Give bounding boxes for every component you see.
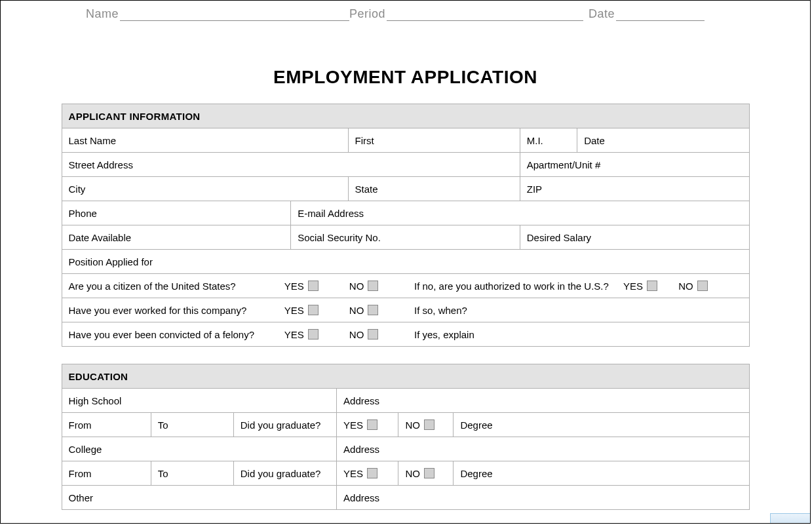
other-field[interactable]: Other (62, 486, 337, 510)
felony-row: Have you ever been convicted of a felony… (62, 322, 749, 347)
name-blank-line[interactable] (120, 11, 349, 21)
college-grad-no[interactable]: NO (398, 461, 454, 486)
auth-no[interactable]: NO (678, 281, 708, 292)
date-blank-line[interactable] (616, 11, 705, 21)
last-name-field[interactable]: Last Name (62, 128, 348, 153)
page-title: EMPLOYMENT APPLICATION (1, 67, 810, 88)
ssn-field[interactable]: Social Security No. (291, 225, 520, 250)
citizen-row: Are you a citizen of the United States? … (62, 274, 749, 298)
checkbox-icon (424, 419, 435, 430)
q-felony: Have you ever been convicted of a felony… (69, 329, 282, 340)
applicant-section-header: APPLICANT INFORMATION (62, 104, 749, 128)
checkbox-icon (308, 329, 319, 340)
college-from-field[interactable]: From (62, 461, 151, 486)
hs-to-field[interactable]: To (151, 413, 233, 437)
hs-grad-label: Did you graduate? (233, 413, 336, 437)
hs-address-field[interactable]: Address (337, 389, 749, 413)
zip-field[interactable]: ZIP (520, 177, 749, 201)
education-section-header: EDUCATION (62, 364, 749, 389)
checkbox-icon (697, 281, 708, 291)
position-field[interactable]: Position Applied for (62, 250, 749, 274)
section-gap (62, 347, 750, 364)
applicant-table: APPLICANT INFORMATION Last Name First M.… (62, 104, 750, 347)
first-name-field[interactable]: First (348, 128, 520, 153)
phone-field[interactable]: Phone (62, 201, 291, 225)
date-available-field[interactable]: Date Available (62, 225, 291, 250)
q-worked-tail: If so, when? (414, 305, 467, 316)
app-date-field[interactable]: Date (577, 128, 749, 153)
citizen-no[interactable]: NO (349, 281, 412, 292)
other-address-field[interactable]: Address (337, 486, 749, 510)
hs-grad-no[interactable]: NO (398, 413, 454, 437)
checkbox-icon (367, 419, 377, 430)
checkbox-icon (367, 468, 377, 478)
checkbox-icon (368, 281, 378, 291)
checkbox-icon (308, 281, 319, 291)
mi-field[interactable]: M.I. (520, 128, 577, 153)
worked-no[interactable]: NO (349, 305, 412, 316)
period-label: Period (349, 7, 385, 21)
high-school-field[interactable]: High School (62, 389, 337, 413)
checkbox-icon (368, 329, 378, 340)
citizen-yes[interactable]: YES (284, 281, 347, 292)
auth-yes[interactable]: YES (623, 281, 657, 292)
name-label: Name (86, 7, 119, 21)
hs-grad-yes[interactable]: YES (337, 413, 398, 437)
document-page: Name Period Date EMPLOYMENT APPLICATION … (0, 0, 811, 524)
college-to-field[interactable]: To (151, 461, 233, 486)
q-citizen: Are you a citizen of the United States? (69, 281, 282, 292)
form: APPLICANT INFORMATION Last Name First M.… (62, 104, 750, 510)
date-label: Date (589, 7, 615, 21)
college-address-field[interactable]: Address (337, 437, 749, 461)
hs-from-field[interactable]: From (62, 413, 151, 437)
q-felony-tail: If yes, explain (414, 329, 474, 340)
period-blank-line[interactable] (387, 11, 583, 21)
college-field[interactable]: College (62, 437, 337, 461)
email-field[interactable]: E-mail Address (291, 201, 749, 225)
college-grad-label: Did you graduate? (233, 461, 336, 486)
worked-yes[interactable]: YES (284, 305, 347, 316)
felony-no[interactable]: NO (349, 329, 412, 340)
street-field[interactable]: Street Address (62, 153, 520, 177)
header-line: Name Period Date (1, 1, 810, 21)
checkbox-icon (424, 468, 435, 478)
status-bar-corner (770, 513, 810, 523)
college-degree-field[interactable]: Degree (454, 461, 749, 486)
state-field[interactable]: State (348, 177, 520, 201)
hs-degree-field[interactable]: Degree (454, 413, 749, 437)
apt-field[interactable]: Apartment/Unit # (520, 153, 749, 177)
college-grad-yes[interactable]: YES (337, 461, 398, 486)
checkbox-icon (647, 281, 657, 291)
checkbox-icon (308, 305, 319, 315)
checkbox-icon (368, 305, 378, 315)
desired-salary-field[interactable]: Desired Salary (520, 225, 749, 250)
felony-yes[interactable]: YES (284, 329, 347, 340)
q-worked: Have you ever worked for this company? (69, 305, 282, 316)
city-field[interactable]: City (62, 177, 348, 201)
q-citizen-tail: If no, are you authorized to work in the… (414, 281, 609, 292)
education-table: EDUCATION High School Address From To Di… (62, 364, 750, 510)
worked-row: Have you ever worked for this company? Y… (62, 298, 749, 322)
